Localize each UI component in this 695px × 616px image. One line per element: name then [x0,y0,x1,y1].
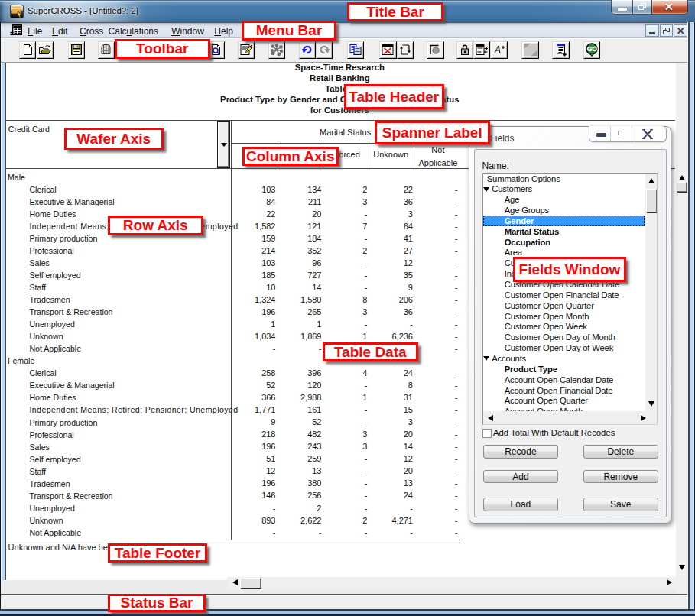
svg-text:GO: GO [586,46,597,53]
svg-text:A: A [493,44,501,56]
